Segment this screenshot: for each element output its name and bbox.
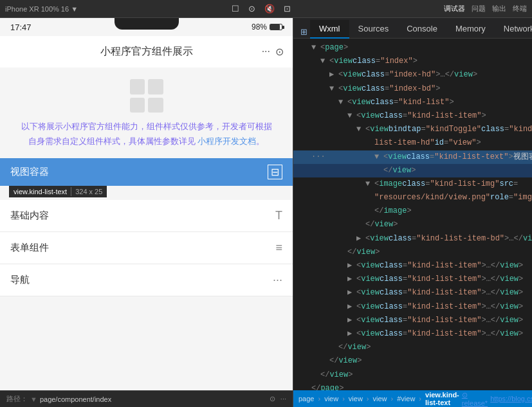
tab-sources[interactable]: Sources (349, 20, 398, 39)
phone-notch (115, 18, 179, 30)
breadcrumb-page[interactable]: page (298, 395, 314, 402)
phone-time: 17:47 (10, 23, 32, 32)
more-icon[interactable]: ··· (262, 46, 270, 58)
battery-icon (270, 24, 282, 30)
code-line[interactable]: ▼ <view class="kind-list"> (293, 96, 532, 109)
description-text: 以下将展示小程序官方组件能力，组件样式仅供参考，开发者可根据自身需求自定义组件样… (0, 119, 293, 158)
grid-icon (130, 79, 163, 113)
code-line[interactable]: </view> (293, 354, 532, 368)
menu-item-text-nav: 导航 (10, 274, 30, 286)
highlighted-section: 视图容器 ⊟ view.kind-list-text 324 x 25 (0, 158, 293, 186)
tab-wxml[interactable]: Wxml (310, 20, 349, 39)
debugger-tab[interactable]: 调试器 (444, 4, 465, 14)
grid-icon-area (0, 68, 293, 119)
app-header-icons: ··· ⊙ (262, 46, 284, 58)
devtools-tabs: ⊞ Wxml Sources Console Memory Network (293, 18, 532, 39)
menu-item-basic[interactable]: 基础内容 T (0, 200, 293, 232)
tooltip-divider (71, 187, 71, 196)
menu-list: 基础内容 T 表单组件 ≡ 导航 ··· (0, 200, 293, 296)
path-icons: ⊙ ··· (270, 395, 286, 403)
tab-console[interactable]: Console (398, 20, 446, 39)
tooltip-class: view.kind-list-text (14, 188, 67, 195)
battery-percent: 98% (252, 23, 267, 32)
code-line[interactable]: </page> (293, 382, 532, 390)
terminal-tab[interactable]: 终端 (513, 4, 527, 14)
code-line[interactable]: ▶ <view class="kind-list-item">…</view> (293, 273, 532, 286)
menu-item-icon-basic: T (275, 209, 282, 222)
record-icon[interactable]: ⊙ (248, 4, 255, 14)
code-line[interactable]: ▼ <view class="kind-list-item"> (293, 109, 532, 123)
menu-item-text-basic: 基础内容 (10, 210, 49, 222)
path-bar: 路径： ▼ page/component/index ⊙ ··· (0, 390, 293, 407)
device-label: iPhone XR 100% 16 ▼ (5, 5, 78, 13)
code-line[interactable]: </view> (293, 341, 532, 354)
top-bar: iPhone XR 100% 16 ▼ ☐ ⊙ 🔇 ⊡ 调试器 问题 输出 终端 (0, 0, 532, 18)
breadcrumb-view3[interactable]: view (373, 395, 387, 402)
breadcrumb-hash-view[interactable]: #view (397, 395, 415, 402)
desc-end: 。 (256, 136, 264, 146)
code-line[interactable]: ▼ <view class="index"> (293, 55, 532, 68)
problems-tab[interactable]: 问题 (472, 4, 486, 14)
breadcrumb-view1[interactable]: view (324, 395, 338, 402)
top-bar-right: 调试器 问题 输出 终端 (444, 4, 527, 14)
highlight-item-text: 视图容器 (10, 166, 49, 178)
inspect-icon[interactable]: ⊞ (297, 25, 310, 38)
release-label[interactable]: ⊙ release* (462, 391, 488, 407)
grid-cell-4 (148, 98, 163, 113)
code-line[interactable]: ▶ <view class="kind-list-item">…</view> (293, 300, 532, 314)
output-tab[interactable]: 输出 (492, 4, 506, 14)
devtools-code-area[interactable]: ▼ <page> ▼ <view class="index"> ▶ <view … (293, 39, 532, 390)
code-line-highlighted[interactable]: ··· ▼ <view class="kind-list-text">视图容器 (293, 150, 532, 164)
devtools-panel: ⊞ Wxml Sources Console Memory Network ▼ … (293, 18, 532, 407)
code-line[interactable]: </image> (293, 204, 532, 218)
code-line[interactable]: ▶ <view class="index-hd">…</view> (293, 68, 532, 82)
path-label: 路径： (6, 394, 28, 404)
collapse-icon[interactable]: ⊟ (268, 165, 282, 179)
code-line[interactable]: </view> (293, 368, 532, 382)
code-line[interactable]: ▼ <view class="index-bd"> (293, 82, 532, 96)
highlight-item[interactable]: 视图容器 ⊟ (0, 158, 293, 186)
code-line[interactable]: ▶ <view class="kind-list-item-bd">…</vie… (293, 232, 532, 246)
tooltip-badge: view.kind-list-text 324 x 25 (9, 186, 107, 197)
layout-icon[interactable]: ⊡ (284, 4, 291, 14)
code-line[interactable]: ▶ <view class="kind-list-item">…</view> (293, 327, 532, 341)
code-line[interactable]: ▶ <view class="kind-list-item">…</view> (293, 259, 532, 273)
path-value: page/component/index (40, 395, 111, 403)
doc-link[interactable]: 小程序开发文档 (197, 136, 256, 146)
code-line[interactable]: ▼ <page> (293, 41, 532, 55)
menu-item-form[interactable]: 表单组件 ≡ (0, 232, 293, 264)
code-line[interactable]: ▶ <view class="kind-list-item">…</view> (293, 286, 532, 300)
breadcrumb-kind-list-text[interactable]: view.kind-list-text (425, 391, 459, 406)
tooltip-size: 324 x 25 (75, 188, 102, 195)
app-header: 小程序官方组件展示 ··· ⊙ (0, 36, 293, 68)
main-layout: 17:47 98% 小程序官方组件展示 ··· ⊙ (0, 18, 532, 407)
window-icon[interactable]: ☐ (232, 4, 239, 14)
path-eye-icon[interactable]: ⊙ (270, 395, 275, 403)
battery-indicator: 98% (252, 23, 282, 32)
code-line[interactable]: </view> (293, 246, 532, 259)
csdn-link[interactable]: https://blog.csdn.net/u013288244 (490, 395, 532, 402)
code-line[interactable]: "resources/kind/view.png" role="img"> (293, 191, 532, 204)
code-line[interactable]: ▼ <view bindtap="kindToggle" class="kind… (293, 123, 532, 136)
grid-cell-2 (148, 79, 163, 95)
phone-content[interactable]: 小程序官方组件展示 ··· ⊙ 以下将展示小程序官方组件能力，组件样式仅供参考，… (0, 36, 293, 390)
path-more-icon[interactable]: ··· (280, 395, 286, 403)
code-line[interactable]: </view> (293, 218, 532, 231)
top-bar-icons: ☐ ⊙ 🔇 ⊡ (232, 4, 291, 14)
devtools-bottom-bar: page › view › view › view › #view › view… (293, 390, 532, 407)
path-sep: ▼ (30, 395, 37, 403)
menu-item-nav[interactable]: 导航 ··· (0, 264, 293, 296)
tab-network[interactable]: Network (495, 20, 532, 39)
grid-cell-1 (130, 79, 145, 95)
code-line[interactable]: ▼ <image class="kind-list-img" src= (293, 177, 532, 191)
menu-item-text-form: 表单组件 (10, 242, 49, 254)
code-line[interactable]: </view> (293, 164, 532, 177)
tab-memory[interactable]: Memory (446, 20, 495, 39)
code-line[interactable]: list-item-hd" id="view"> (293, 136, 532, 150)
menu-item-icon-nav: ··· (273, 273, 282, 287)
mute-icon[interactable]: 🔇 (264, 4, 275, 14)
app-title: 小程序官方组件展示 (100, 45, 193, 59)
breadcrumb-view2[interactable]: view (349, 395, 363, 402)
target-icon[interactable]: ⊙ (275, 46, 284, 58)
code-line[interactable]: ▶ <view class="kind-list-item">…</view> (293, 314, 532, 327)
